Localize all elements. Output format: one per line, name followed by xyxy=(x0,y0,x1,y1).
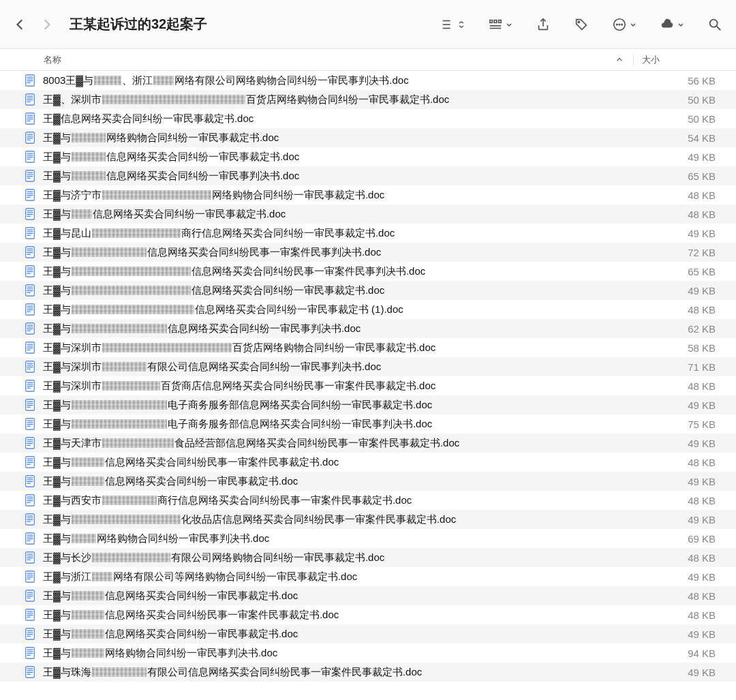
redacted-icon xyxy=(72,267,191,276)
doc-file-icon xyxy=(24,532,36,545)
tag-button[interactable] xyxy=(574,17,589,32)
svg-rect-82 xyxy=(27,326,33,327)
file-row[interactable]: 王▓与深圳市有限公司信息网络买卖合同纠纷一审民事判决书.doc71 KB xyxy=(0,357,736,376)
file-row[interactable]: 王▓与深圳市百货商店信息网络买卖合同纠纷民事一审案件民事裁定书.doc48 KB xyxy=(0,376,736,395)
column-name-header[interactable]: 名称 xyxy=(0,54,633,66)
svg-rect-167 xyxy=(27,651,33,652)
nav-forward-button[interactable] xyxy=(40,18,53,31)
file-name: 王▓与天津市食品经营部信息网络买卖合同纠纷民事一审案件民事裁定书.doc xyxy=(43,437,634,450)
file-row[interactable]: 王▓、深圳市百货店网络购物合同纠纷一审民事裁定书.doc50 KB xyxy=(0,90,736,109)
file-row[interactable]: 王▓与济宁市网络购物合同纠纷一审民事裁定书.doc48 KB xyxy=(0,185,736,204)
svg-rect-53 xyxy=(27,214,33,215)
redacted-icon xyxy=(94,76,121,85)
file-size: 48 KB xyxy=(634,304,736,316)
file-row[interactable]: 王▓与昆山商行信息网络买卖合同纠纷一审民事裁定书.doc49 KB xyxy=(0,224,736,243)
doc-file-icon xyxy=(24,437,36,449)
svg-rect-18 xyxy=(27,80,33,81)
file-size: 49 KB xyxy=(634,476,736,487)
svg-rect-162 xyxy=(27,632,33,633)
file-row[interactable]: 王▓与信息网络买卖合同纠纷一审民事裁定书.doc49 KB xyxy=(0,147,736,166)
file-row[interactable]: 王▓与网络购物合同纠纷一审民事判决书.doc69 KB xyxy=(0,529,736,548)
file-size: 48 KB xyxy=(634,457,736,468)
file-row[interactable]: 王▓与信息网络买卖合同纠纷民事一审案件民事判决书.doc72 KB xyxy=(0,243,736,262)
file-row[interactable]: 王▓与西安市商行信息网络买卖合同纠纷民事一审案件民事裁定书.doc48 KB xyxy=(0,491,736,510)
file-row[interactable]: 王▓与深圳市百货店网络购物合同纠纷一审民事裁定书.doc58 KB xyxy=(0,338,736,357)
svg-rect-161 xyxy=(27,630,33,631)
file-row[interactable]: 8003王▓与、浙江网络有限公司网络购物合同纠纷一审民事判决书.doc56 KB xyxy=(0,71,736,90)
search-button[interactable] xyxy=(707,17,722,32)
svg-point-13 xyxy=(710,19,718,27)
file-list: 8003王▓与、浙江网络有限公司网络购物合同纠纷一审民事判决书.doc56 KB… xyxy=(0,71,736,682)
doc-file-icon xyxy=(24,513,36,526)
doc-file-icon xyxy=(24,132,36,144)
doc-file-icon xyxy=(24,208,36,220)
file-size: 56 KB xyxy=(634,75,736,87)
file-name: 王▓与网络购物合同纠纷一审民事裁定书.doc xyxy=(43,132,634,144)
svg-rect-21 xyxy=(27,96,33,97)
svg-rect-163 xyxy=(27,634,33,635)
doc-file-icon xyxy=(24,93,36,106)
share-button[interactable] xyxy=(536,17,551,32)
svg-rect-3 xyxy=(490,20,493,22)
svg-rect-109 xyxy=(27,426,31,427)
file-row[interactable]: 王▓与信息网络买卖合同纠纷一审民事判决书.doc65 KB xyxy=(0,166,736,185)
svg-rect-22 xyxy=(27,97,33,98)
file-row[interactable]: 王▓与信息网络买卖合同纠纷一审民事裁定书.doc49 KB xyxy=(0,281,736,300)
file-row[interactable]: 王▓与电子商务服务部信息网络买卖合同纠纷一审民事判决书.doc75 KB xyxy=(0,414,736,433)
svg-rect-98 xyxy=(27,386,33,386)
file-name: 王▓与西安市商行信息网络买卖合同纠纷民事一审案件民事裁定书.doc xyxy=(43,494,634,507)
file-row[interactable]: 王▓与信息网络买卖合同纠纷一审民事判决书.doc62 KB xyxy=(0,319,736,338)
file-size: 94 KB xyxy=(634,648,736,659)
file-name: 王▓与网络购物合同纠纷一审民事判决书.doc xyxy=(43,532,634,545)
file-row[interactable]: 王▓与信息网络买卖合同纠纷民事一审案件民事裁定书.doc48 KB xyxy=(0,605,736,624)
file-row[interactable]: 王▓信息网络买卖合同纠纷一审民事裁定书.doc50 KB xyxy=(0,109,736,128)
file-size: 71 KB xyxy=(634,361,736,373)
svg-rect-26 xyxy=(27,115,33,116)
column-size-header[interactable]: 大小 xyxy=(634,54,736,66)
doc-file-icon xyxy=(24,112,36,125)
file-row[interactable]: 王▓与信息网络买卖合同纠纷民事一审案件民事判决书.doc65 KB xyxy=(0,262,736,281)
svg-rect-46 xyxy=(27,192,33,192)
file-row[interactable]: 王▓与长沙有限公司网络购物合同纠纷一审民事裁定书.doc48 KB xyxy=(0,548,736,567)
svg-rect-168 xyxy=(27,653,33,654)
svg-rect-174 xyxy=(27,674,31,675)
svg-rect-44 xyxy=(27,178,31,179)
view-list-button[interactable] xyxy=(440,17,465,32)
file-row[interactable]: 王▓与信息网络买卖合同纠纷一审民事裁定书.doc49 KB xyxy=(0,624,736,643)
svg-rect-59 xyxy=(27,235,31,236)
file-row[interactable]: 王▓与网络购物合同纠纷一审民事裁定书.doc54 KB xyxy=(0,128,736,147)
svg-rect-37 xyxy=(27,155,33,155)
nav-back-button[interactable] xyxy=(14,18,27,31)
svg-rect-137 xyxy=(27,536,33,537)
redacted-icon xyxy=(72,419,167,429)
redacted-icon xyxy=(72,171,106,181)
file-name: 王▓与信息网络买卖合同纠纷一审民事裁定书.doc xyxy=(43,284,634,297)
doc-file-icon xyxy=(24,265,36,277)
file-row[interactable]: 王▓与信息网络买卖合同纠纷民事一审案件民事裁定书.doc48 KB xyxy=(0,453,736,472)
file-row[interactable]: 王▓与化妆品店信息网络买卖合同纠纷民事一审案件民事裁定书.doc49 KB xyxy=(0,510,736,529)
file-name: 王▓与信息网络买卖合同纠纷一审民事裁定书.doc xyxy=(43,590,634,603)
file-row[interactable]: 王▓与信息网络买卖合同纠纷一审民事裁定书.doc48 KB xyxy=(0,586,736,605)
redacted-icon xyxy=(102,496,157,505)
svg-rect-119 xyxy=(27,464,31,465)
redacted-icon xyxy=(72,648,104,658)
file-size: 48 KB xyxy=(634,609,736,621)
file-size: 49 KB xyxy=(634,514,736,526)
svg-rect-39 xyxy=(27,159,31,159)
file-row[interactable]: 王▓与电子商务服务部信息网络买卖合同纠纷一审民事裁定书.doc49 KB xyxy=(0,395,736,414)
file-row[interactable]: 王▓与信息网络买卖合同纠纷一审民事裁定书.doc49 KB xyxy=(0,472,736,491)
file-size: 48 KB xyxy=(634,189,736,201)
more-button[interactable] xyxy=(612,17,637,32)
file-row[interactable]: 王▓与信息网络买卖合同纠纷一审民事裁定书 (1).doc48 KB xyxy=(0,300,736,319)
file-name: 王▓与深圳市百货商店信息网络买卖合同纠纷民事一审案件民事裁定书.doc xyxy=(43,380,634,393)
cloud-button[interactable] xyxy=(660,17,684,32)
file-row[interactable]: 王▓与珠海有限公司信息网络买卖合同纠纷民事一审案件民事裁定书.doc49 KB xyxy=(0,663,736,682)
group-button[interactable] xyxy=(488,17,512,32)
svg-rect-131 xyxy=(27,516,33,517)
file-row[interactable]: 王▓与浙江网络有限公司等网络购物合同纠纷一审民事裁定书.doc49 KB xyxy=(0,567,736,586)
file-row[interactable]: 王▓与网络购物合同纠纷一审民事判决书.doc94 KB xyxy=(0,643,736,663)
file-name: 王▓与信息网络买卖合同纠纷一审民事裁定书.doc xyxy=(43,475,634,488)
file-row[interactable]: 王▓与天津市食品经营部信息网络买卖合同纠纷民事一审案件民事裁定书.doc49 K… xyxy=(0,433,736,453)
svg-rect-52 xyxy=(27,212,33,213)
file-row[interactable]: 王▓与信息网络买卖合同纠纷一审民事裁定书.doc48 KB xyxy=(0,204,736,224)
